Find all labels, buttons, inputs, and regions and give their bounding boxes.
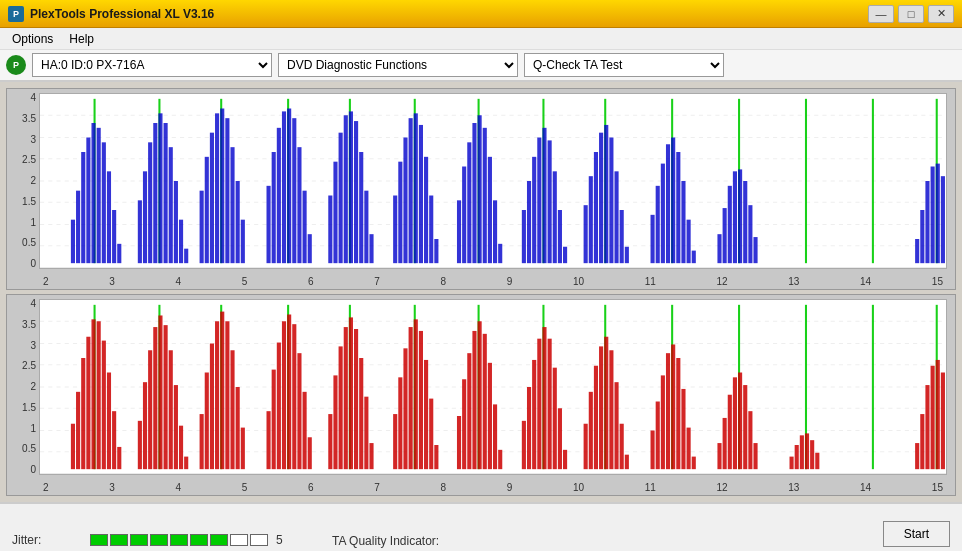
title-bar-controls: — □ ✕ (868, 5, 954, 23)
svg-rect-140 (86, 337, 90, 469)
test-select[interactable]: Q-Check TA Test (524, 53, 724, 77)
svg-rect-217 (563, 450, 567, 469)
svg-rect-62 (398, 162, 402, 264)
svg-rect-67 (424, 157, 428, 263)
svg-rect-13 (91, 123, 95, 263)
maximize-button[interactable]: □ (898, 5, 924, 23)
svg-rect-105 (671, 138, 675, 264)
svg-rect-45 (287, 109, 291, 264)
svg-rect-253 (815, 453, 819, 469)
function-select[interactable]: DVD Diagnostic Functions (278, 53, 518, 77)
svg-rect-103 (661, 164, 665, 264)
svg-rect-17 (112, 210, 116, 263)
svg-rect-24 (158, 113, 162, 263)
svg-rect-101 (651, 215, 655, 263)
jitter-seg-8 (230, 534, 248, 546)
svg-rect-52 (333, 162, 337, 264)
svg-rect-29 (184, 249, 188, 264)
ta-quality-label: TA Quality Indicator: (332, 534, 439, 548)
svg-rect-202 (472, 331, 476, 469)
svg-rect-58 (364, 191, 368, 264)
jitter-seg-4 (150, 534, 168, 546)
svg-rect-81 (522, 210, 526, 263)
svg-rect-93 (594, 152, 598, 263)
svg-rect-64 (409, 118, 413, 263)
bottom-chart-x-axis: 2 3 4 5 6 7 8 9 10 11 12 13 14 15 (39, 482, 947, 493)
svg-rect-229 (651, 431, 655, 470)
svg-rect-222 (599, 346, 603, 469)
svg-rect-114 (733, 171, 737, 263)
svg-rect-151 (153, 327, 157, 469)
svg-rect-74 (472, 123, 476, 263)
svg-rect-214 (548, 339, 552, 470)
svg-rect-123 (920, 210, 924, 263)
svg-rect-230 (656, 402, 660, 470)
svg-rect-20 (138, 200, 142, 263)
svg-rect-196 (429, 399, 433, 470)
svg-rect-106 (676, 152, 680, 263)
svg-rect-124 (925, 181, 929, 263)
svg-rect-88 (558, 210, 562, 263)
svg-rect-231 (661, 375, 665, 469)
title-text: PlexTools Professional XL V3.16 (30, 7, 214, 21)
start-button[interactable]: Start (883, 521, 950, 547)
svg-rect-41 (267, 186, 271, 263)
svg-rect-91 (584, 205, 588, 263)
menu-bar: Options Help (0, 28, 962, 50)
svg-rect-153 (164, 325, 168, 469)
title-bar: P PlexTools Professional XL V3.16 — □ ✕ (0, 0, 962, 28)
device-select[interactable]: HA:0 ID:0 PX-716A (32, 53, 272, 77)
svg-rect-99 (625, 247, 629, 263)
svg-rect-56 (354, 121, 358, 263)
svg-rect-203 (478, 321, 482, 469)
close-button[interactable]: ✕ (928, 5, 954, 23)
svg-rect-233 (671, 344, 675, 469)
svg-rect-37 (230, 147, 234, 263)
svg-rect-107 (681, 181, 685, 263)
svg-rect-113 (728, 186, 732, 263)
svg-rect-156 (179, 426, 183, 470)
svg-rect-250 (800, 435, 804, 469)
svg-rect-31 (200, 191, 204, 264)
main-content: 4 3.5 3 2.5 2 1.5 1 0.5 0 (0, 82, 962, 502)
svg-rect-184 (354, 329, 358, 469)
svg-rect-15 (102, 142, 106, 263)
svg-rect-28 (179, 220, 183, 264)
svg-rect-256 (915, 443, 919, 469)
svg-rect-108 (687, 220, 691, 264)
svg-rect-237 (692, 457, 696, 470)
minimize-button[interactable]: — (868, 5, 894, 23)
svg-rect-148 (138, 421, 142, 469)
svg-rect-186 (364, 397, 368, 470)
svg-rect-195 (424, 360, 428, 469)
svg-rect-192 (409, 327, 413, 469)
svg-rect-165 (230, 350, 234, 469)
svg-rect-44 (282, 111, 286, 263)
svg-rect-187 (369, 443, 373, 469)
svg-rect-72 (462, 167, 466, 264)
svg-rect-65 (414, 113, 418, 263)
svg-rect-260 (936, 360, 940, 469)
svg-rect-171 (277, 343, 281, 470)
svg-rect-116 (743, 181, 747, 263)
top-chart-inner (39, 93, 947, 269)
svg-rect-77 (488, 157, 492, 263)
svg-rect-223 (604, 337, 608, 469)
svg-rect-193 (414, 319, 418, 469)
svg-rect-144 (107, 373, 111, 470)
svg-rect-39 (241, 220, 245, 264)
svg-rect-150 (148, 350, 152, 469)
svg-rect-38 (236, 181, 240, 263)
ta-quality-section: TA Quality Indicator: Very Good (332, 534, 439, 552)
jitter-label: Jitter: (12, 533, 82, 547)
svg-rect-143 (102, 341, 106, 470)
svg-rect-61 (393, 196, 397, 264)
svg-rect-111 (717, 234, 721, 263)
svg-rect-207 (498, 450, 502, 469)
menu-options[interactable]: Options (4, 30, 61, 48)
svg-rect-96 (609, 138, 613, 264)
device-icon: P (6, 55, 26, 75)
svg-rect-210 (527, 387, 531, 469)
svg-rect-104 (666, 144, 670, 263)
menu-help[interactable]: Help (61, 30, 102, 48)
